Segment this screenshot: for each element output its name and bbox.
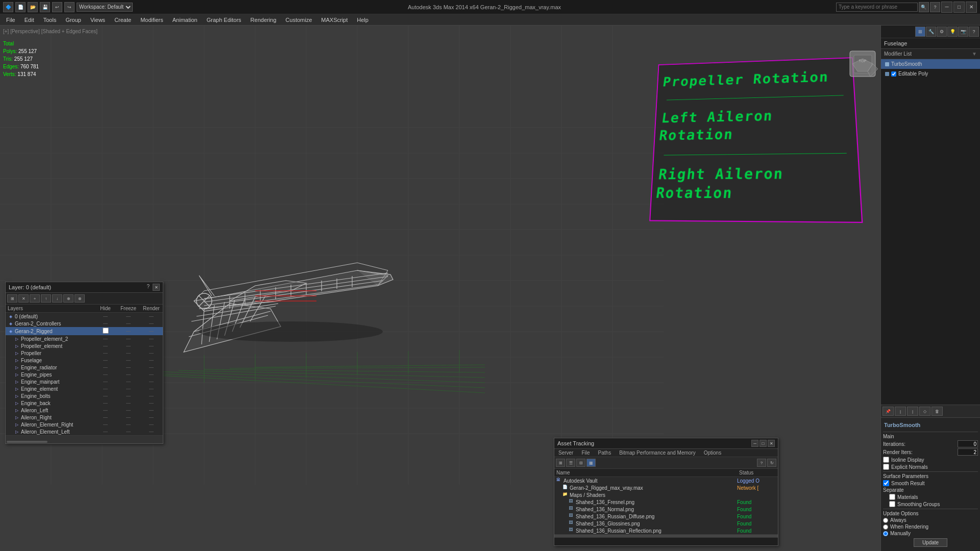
modifier-turbosmooth[interactable]: TurboSmooth: [881, 59, 980, 69]
smooth-result-checkbox[interactable]: [883, 480, 889, 486]
asset-panel-maximize[interactable]: □: [760, 440, 767, 447]
menu-create[interactable]: Create: [110, 16, 135, 24]
menu-help[interactable]: Help: [353, 16, 373, 24]
help-btn[interactable]: ?: [930, 2, 940, 12]
list-item[interactable]: 🖼 Shahed_136_Fresnel.png Found: [554, 498, 778, 506]
maximize-btn[interactable]: □: [953, 2, 965, 13]
list-item[interactable]: ▷Engine_bolts ———: [6, 392, 163, 399]
search-btn[interactable]: 🔍: [919, 2, 929, 12]
list-item[interactable]: 📄 Geran-2_Rigged_max_vray.max Network [: [554, 484, 778, 491]
asset-tool-help[interactable]: ?: [757, 459, 766, 467]
layer-tool-6[interactable]: ⊕: [63, 294, 74, 303]
asset-menu-file[interactable]: File: [577, 449, 594, 457]
layer-hide-check[interactable]: [103, 328, 109, 334]
list-item[interactable]: ▷Aileron_Left ———: [6, 407, 163, 414]
save-btn[interactable]: 💾: [40, 2, 50, 12]
asset-menu-bitmap[interactable]: Bitmap Performance and Memory: [615, 449, 700, 457]
layer-scrollbar[interactable]: [6, 435, 163, 440]
materials-checkbox[interactable]: [889, 494, 895, 500]
menu-graph-editors[interactable]: Graph Editors: [203, 16, 246, 24]
smoothing-groups-checkbox[interactable]: [889, 501, 895, 507]
list-item[interactable]: ▷Propeller_element_2 ———: [6, 335, 163, 342]
when-rendering-radio[interactable]: [883, 524, 888, 530]
rp-icon-5[interactable]: 📷: [958, 27, 968, 37]
rp-icon-2[interactable]: 🔧: [926, 27, 936, 37]
layer-tool-1[interactable]: ⊞: [7, 294, 17, 303]
layer-panel-help[interactable]: ?: [146, 284, 150, 291]
isoline-checkbox[interactable]: [883, 457, 889, 463]
iterations-input[interactable]: [958, 440, 978, 447]
list-item[interactable]: 🏛 Autodesk Vault Logged O: [554, 477, 778, 484]
layer-panel-close[interactable]: ✕: [153, 284, 160, 291]
list-item[interactable]: ▷Aileron_Element_Right ———: [6, 421, 163, 428]
minimize-btn[interactable]: ─: [941, 2, 952, 13]
menu-file[interactable]: File: [2, 16, 19, 24]
search-input[interactable]: [836, 3, 918, 12]
layer-tool-4[interactable]: ↑: [41, 294, 51, 303]
layer-tool-7[interactable]: ⊗: [75, 294, 85, 303]
stack-show[interactable]: |: [895, 407, 906, 416]
list-item[interactable]: ▷Engine_back ———: [6, 399, 163, 407]
close-btn[interactable]: ✕: [966, 2, 977, 13]
menu-tools[interactable]: Tools: [39, 16, 61, 24]
list-item[interactable]: 📁 Maps / Shaders: [554, 491, 778, 498]
stack-col[interactable]: |: [907, 407, 918, 416]
asset-tool-1[interactable]: ⊞: [556, 459, 565, 467]
asset-panel-close[interactable]: ✕: [768, 440, 775, 447]
viewport[interactable]: [+] [Perspective] [Shaded + Edged Faces]…: [0, 26, 880, 551]
list-item[interactable]: ◈0 (default) ———: [6, 313, 163, 320]
list-item[interactable]: ▷Propeller_element ———: [6, 342, 163, 349]
list-item[interactable]: ▷Propeller ———: [6, 349, 163, 357]
list-item[interactable]: ◈Geran-2_Rigged ——: [6, 327, 163, 335]
menu-modifiers[interactable]: Modifiers: [136, 16, 167, 24]
undo-btn[interactable]: ↩: [52, 2, 62, 12]
stack-remove[interactable]: 🗑: [932, 407, 943, 416]
redo-btn[interactable]: ↪: [64, 2, 75, 12]
layer-tool-2[interactable]: ✕: [18, 294, 29, 303]
list-item[interactable]: 🖼 Shahed_136_Normal.png Found: [554, 506, 778, 513]
rp-icon-4[interactable]: 💡: [947, 27, 958, 37]
menu-maxscript[interactable]: MAXScript: [317, 16, 352, 24]
viewport-cube[interactable]: TOP: [845, 46, 875, 77]
stack-make-unique[interactable]: ◇: [919, 407, 930, 416]
always-radio[interactable]: [883, 518, 888, 523]
menu-edit[interactable]: Edit: [20, 16, 38, 24]
list-item[interactable]: ▷Aileron_Element_Left ———: [6, 428, 163, 435]
list-item[interactable]: ▷Aileron_Right ———: [6, 414, 163, 421]
asset-tool-2[interactable]: ☰: [566, 459, 575, 467]
layer-tool-3[interactable]: +: [30, 294, 40, 303]
menu-customize[interactable]: Customize: [281, 16, 316, 24]
modifier-editablepoly[interactable]: Editable Poly: [881, 69, 980, 79]
asset-menu-paths[interactable]: Paths: [594, 449, 616, 457]
open-btn[interactable]: 📂: [28, 2, 38, 12]
modifier-checkbox[interactable]: [891, 71, 896, 77]
asset-menu-server[interactable]: Server: [554, 449, 577, 457]
rp-icon-3[interactable]: ⚙: [937, 27, 947, 37]
list-item[interactable]: ◈Geran-2_Controllers ———: [6, 320, 163, 327]
rp-icon-1[interactable]: ⊞: [915, 27, 925, 37]
layer-tool-5[interactable]: ↓: [52, 294, 62, 303]
rp-icon-6[interactable]: ?: [969, 27, 979, 37]
update-button[interactable]: Update: [914, 538, 947, 547]
manually-radio[interactable]: [883, 531, 888, 536]
layer-hscroll[interactable]: [7, 441, 47, 443]
list-item[interactable]: ▷Fuselage ———: [6, 357, 163, 364]
list-item[interactable]: ▷Engine_mainpart ———: [6, 378, 163, 385]
asset-tool-3[interactable]: ⊟: [576, 459, 585, 467]
menu-group[interactable]: Group: [61, 16, 85, 24]
asset-panel-minimize[interactable]: ─: [751, 440, 758, 447]
list-item[interactable]: 🖼 Shahed_136_Glossines.png Found: [554, 520, 778, 527]
list-item[interactable]: 🖼 Shahed_136_Russian_Diffuse.png Found: [554, 513, 778, 520]
menu-animation[interactable]: Animation: [168, 16, 202, 24]
asset-tool-4[interactable]: ▦: [586, 459, 596, 467]
render-iters-input[interactable]: [958, 448, 978, 456]
stack-pin[interactable]: 📌: [883, 407, 894, 416]
list-item[interactable]: ▷Engine_pipes ———: [6, 371, 163, 378]
new-btn[interactable]: 📄: [15, 2, 26, 12]
explicit-checkbox[interactable]: [883, 464, 889, 470]
asset-tool-refresh[interactable]: ↻: [767, 459, 776, 467]
menu-rendering[interactable]: Rendering: [247, 16, 281, 24]
modifier-list-arrow[interactable]: ▼: [972, 51, 977, 57]
workspace-select[interactable]: Workspace: Default: [77, 3, 133, 12]
menu-views[interactable]: Views: [86, 16, 109, 24]
